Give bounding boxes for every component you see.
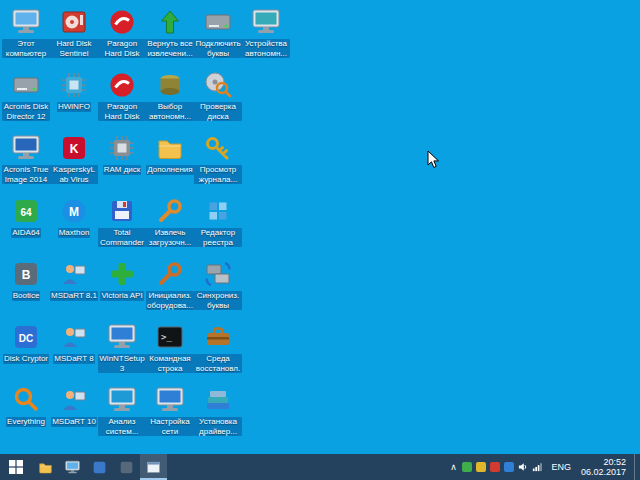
msdart-10-icon — [58, 384, 90, 416]
desktop-icon-mount-all-drive-letters[interactable]: Подключить буквы всех... — [194, 6, 242, 68]
desktop-icon-this-pc[interactable]: Этот компьютер — [2, 6, 50, 68]
desktop-icon-offline-selection[interactable]: Выбор автономн... — [146, 69, 194, 131]
taskbar-item-taskbar-app-2[interactable] — [86, 454, 113, 480]
windows-logo-icon — [9, 460, 23, 474]
hwinfo-icon — [58, 69, 90, 101]
taskbar-item-taskbar-app-3[interactable] — [113, 454, 140, 480]
check-disk-icon — [202, 69, 234, 101]
this-pc-icon — [10, 6, 42, 38]
desktop-icon-hard-disk-sentinel[interactable]: Hard Disk Sentinel — [50, 6, 98, 68]
taskbar-item-taskbar-app-window[interactable] — [140, 454, 167, 480]
winntsetup3-icon — [106, 321, 138, 353]
desktop-icon-msdart-8[interactable]: MSDaRT 8 — [50, 321, 98, 383]
bootice-icon: B — [10, 258, 42, 290]
desktop-icon-bootice[interactable]: BBootice — [2, 258, 50, 320]
desktop-icon-command-prompt[interactable]: >_Командная строка — [146, 321, 194, 383]
start-button[interactable] — [0, 454, 32, 480]
ram-disk-icon — [106, 132, 138, 164]
mount-all-drive-letters-icon — [202, 6, 234, 38]
desktop-icon-everything[interactable]: Everything — [2, 384, 50, 446]
desktop-icon-sync-drive-letters[interactable]: Синхрониз. буквы носи... — [194, 258, 242, 320]
desktop-icon-label: Среда восстановл... — [194, 354, 242, 373]
sync-drive-letters-icon — [202, 258, 234, 290]
desktop-icon-winntsetup3[interactable]: WinNTSetup3 — [98, 321, 146, 383]
acronis-true-image-2014-icon — [10, 132, 42, 164]
desktop-icon-label: Извлечь загрузочн... — [146, 228, 194, 247]
taskbar-item-file-explorer[interactable] — [32, 454, 59, 480]
network-settings-icon — [154, 384, 186, 416]
desktop-icon-network-settings[interactable]: Настройка сети — [146, 384, 194, 446]
desktop-icon-label: Acronis Disk Director 12 — [2, 102, 50, 121]
desktop-icon-label: Устройства автономн... — [242, 39, 290, 58]
language-indicator[interactable]: ENG — [546, 462, 576, 472]
desktop-icon-label: Командная строка — [146, 354, 194, 373]
tray-app-blue[interactable] — [502, 454, 516, 480]
desktop-icon-label: Этот компьютер — [2, 39, 50, 58]
desktop-icon-offline-devices[interactable]: Устройства автономн... — [242, 6, 290, 68]
desktop-icon-registry-editor[interactable]: Редактор реестра — [194, 195, 242, 257]
desktop[interactable]: Этот компьютерAcronis Disk Director 12Ac… — [0, 0, 640, 454]
desktop-icon-ram-disk[interactable]: RAM диск — [98, 132, 146, 194]
desktop-icon-label: MSDaRT 10 — [51, 417, 97, 427]
desktop-icon-driver-install[interactable]: Установка драйвер... — [194, 384, 242, 446]
disk-cryptor-icon: DC — [10, 321, 42, 353]
tray-app-yellow[interactable] — [474, 454, 488, 480]
desktop-icon-acronis-disk-director-12[interactable]: Acronis Disk Director 12 — [2, 69, 50, 131]
tray-icons: ∧ — [446, 454, 544, 480]
desktop-icon-kasperskylab-virus-removal[interactable]: KKasperskyLab Virus Remo... — [50, 132, 98, 194]
desktop-icon-paragon-hard-disk-manager[interactable]: Paragon Hard Disk Manag... — [98, 6, 146, 68]
desktop-icon-paragon-hard-disk-manager-2[interactable]: Paragon Hard Disk Manag... — [98, 69, 146, 131]
tray-app-red[interactable] — [488, 454, 502, 480]
desktop-icon-hwinfo[interactable]: HWiNFO — [50, 69, 98, 131]
svg-text:DC: DC — [19, 333, 33, 344]
volume-icon[interactable] — [516, 454, 530, 480]
desktop-icon-total-commander[interactable]: Total Commander — [98, 195, 146, 257]
desktop-icon-label: Maxthon — [58, 228, 91, 238]
tray-app-red-glyph — [490, 462, 500, 472]
desktop-icon-label: MSDaRT 8 — [53, 354, 94, 364]
desktop-icon-system-analysis[interactable]: Анализ систем... — [98, 384, 146, 446]
desktop-icon-msdart-10[interactable]: MSDaRT 10 — [50, 384, 98, 446]
network-icon[interactable] — [530, 454, 544, 480]
svg-text:K: K — [70, 142, 79, 156]
desktop-icon-acronis-true-image-2014[interactable]: Acronis True Image 2014 — [2, 132, 50, 194]
desktop-icon-aida64[interactable]: 64AIDA64 — [2, 195, 50, 257]
svg-text:M: M — [69, 205, 79, 219]
desktop-icon-return-all-ejected[interactable]: Вернуть все извлечени... — [146, 6, 194, 68]
taskbar-item-taskbar-app-1[interactable] — [59, 454, 86, 480]
svg-text:64: 64 — [20, 207, 32, 218]
desktop-icon-hardware-init[interactable]: Инициализ. оборудова... — [146, 258, 194, 320]
desktop-icon-additions-folder[interactable]: Дополнения — [146, 132, 194, 194]
extract-boot-icon — [154, 195, 186, 227]
desktop-icon-label: AIDA64 — [11, 228, 41, 238]
view-log-icon — [202, 132, 234, 164]
desktop-icon-recovery-environment[interactable]: Среда восстановл... — [194, 321, 242, 383]
desktop-icon-extract-boot[interactable]: Извлечь загрузочн... — [146, 195, 194, 257]
everything-icon — [10, 384, 42, 416]
show-desktop-button[interactable] — [634, 454, 640, 480]
desktop-icon-label: Редактор реестра — [194, 228, 242, 247]
clock-date: 06.02.2017 — [581, 467, 626, 477]
desktop-icon-msdart-8-1[interactable]: MSDaRT 8.1 — [50, 258, 98, 320]
desktop-icon-label: RAM диск — [103, 165, 142, 175]
clock-time: 20:52 — [581, 457, 626, 467]
desktop-icon-view-log[interactable]: Просмотр журнала... — [194, 132, 242, 194]
desktop-icon-label: Выбор автономн... — [146, 102, 194, 121]
desktop-icon-check-disk[interactable]: Проверка диска — [194, 69, 242, 131]
tray-app-green[interactable] — [460, 454, 474, 480]
desktop-icon-label: Paragon Hard Disk Manag... — [98, 102, 146, 121]
taskbar-clock[interactable]: 20:52 06.02.2017 — [578, 457, 632, 477]
tray-app-green-glyph — [462, 462, 472, 472]
desktop-icon-maxthon[interactable]: MMaxthon — [50, 195, 98, 257]
desktop-icon-victoria-api[interactable]: Victoria API — [98, 258, 146, 320]
desktop-icon-label: Установка драйвер... — [194, 417, 242, 436]
svg-text:>_: >_ — [161, 332, 172, 342]
driver-install-icon — [202, 384, 234, 416]
desktop-icon-label: Вернуть все извлечени... — [146, 39, 194, 58]
desktop-icon-label: Анализ систем... — [98, 417, 146, 436]
desktop-icon-disk-cryptor[interactable]: DCDisk Cryptor — [2, 321, 50, 383]
desktop-icon-label: KasperskyLab Virus Remo... — [50, 165, 98, 184]
hidden-icons-chevron[interactable]: ∧ — [446, 454, 460, 480]
tray-app-yellow-glyph — [476, 462, 486, 472]
desktop-icon-label: WinNTSetup3 — [98, 354, 146, 373]
